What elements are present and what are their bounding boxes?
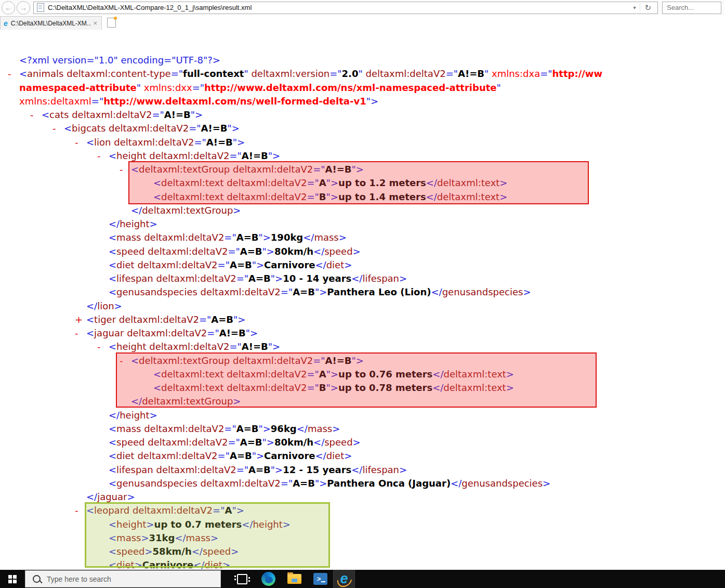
xml-token: =": [281, 286, 293, 297]
powershell-button[interactable]: [307, 570, 333, 588]
xml-token: lion: [94, 137, 114, 148]
xml-token: deltaxml:deltaV2: [227, 369, 307, 380]
expand-marker[interactable]: +: [75, 313, 86, 326]
tab-close-icon[interactable]: ×: [91, 19, 99, 27]
xml-line: <mass deltaxml:deltaV2="A=B">96kg</mass>: [0, 422, 725, 436]
xml-token: deltaxml:deltaV2: [137, 259, 217, 270]
file-explorer-button[interactable]: [281, 570, 307, 588]
indent-spacer: [120, 395, 131, 408]
xml-token: <: [109, 546, 116, 557]
tab-result-xml[interactable]: e C:\DeltaXML\DeltaXML-XM... ×: [0, 16, 102, 30]
xml-token: A: [225, 505, 232, 516]
xml-line: <mass deltaxml:deltaV2="A=B">190kg</mass…: [0, 231, 725, 244]
start-button[interactable]: [0, 570, 25, 588]
xml-token: ">: [326, 177, 338, 188]
xml-line: +<tiger deltaxml:deltaV2="A=B">: [0, 313, 725, 326]
collapse-marker[interactable]: -: [97, 340, 109, 354]
new-tab-button[interactable]: [107, 18, 116, 28]
xml-token: </: [451, 478, 462, 489]
forward-button[interactable]: →: [17, 1, 30, 15]
xml-line: </height>: [0, 217, 725, 231]
collapse-marker[interactable]: -: [120, 163, 131, 176]
page-icon: [37, 3, 44, 12]
xml-token: <: [153, 177, 161, 188]
xml-token: deltaxml:deltaV2: [149, 150, 229, 161]
indent-spacer: [97, 463, 109, 477]
indent-spacer: [142, 381, 153, 395]
collapse-marker[interactable]: -: [75, 504, 86, 517]
task-view-button[interactable]: [229, 570, 255, 588]
xml-token: ">: [228, 123, 240, 134]
xml-line: namespaced-attribute" xmlns:dxx="http://…: [0, 81, 725, 95]
xml-token: A=B: [293, 286, 315, 297]
xml-token: deltaxml:deltaV2: [233, 164, 313, 175]
xml-token: >: [210, 532, 218, 543]
collapse-marker[interactable]: -: [30, 108, 42, 122]
xml-token: </: [193, 559, 204, 570]
xml-token: Carnivore: [264, 259, 315, 270]
xml-token: deltaxml:deltaV2: [149, 341, 229, 352]
xml-token: deltaxml:deltaV2: [156, 273, 236, 284]
xml-token: xmlns:dxx: [144, 82, 192, 93]
xml-token: =": [213, 505, 225, 516]
xml-token: deltaxml:deltaV2: [133, 505, 213, 516]
xml-token: A=B: [240, 246, 262, 257]
xml-token: A: [319, 369, 326, 380]
xml-token: height: [116, 519, 146, 530]
internet-explorer-icon: e: [337, 572, 351, 586]
xml-token: mass: [314, 232, 338, 243]
xml-line: <deltaxml:text deltaxml:deltaV2="B">up t…: [0, 381, 725, 395]
address-bar[interactable]: C:\DeltaXML\DeltaXML-XML-Compare-12_0_1_…: [33, 2, 658, 14]
xml-token: =": [171, 68, 183, 79]
xml-token: ">: [262, 246, 274, 257]
collapse-marker[interactable]: -: [120, 354, 131, 368]
xml-token: =": [207, 328, 219, 338]
xml-token: =": [313, 355, 325, 366]
collapse-marker[interactable]: -: [52, 122, 64, 135]
xml-token: Panthera Onca (Jaguar): [327, 478, 451, 489]
xml-token: </: [192, 546, 203, 557]
collapse-marker[interactable]: -: [8, 67, 19, 81]
collapse-marker[interactable]: -: [75, 136, 86, 149]
xml-line: -<lion deltaxml:deltaV2="A!=B">: [0, 136, 725, 149]
xml-token: >: [150, 410, 157, 421]
xml-token: <: [109, 532, 116, 543]
xml-token: ">: [268, 150, 280, 161]
xml-line: <deltaxml:text deltaxml:deltaV2="A">up t…: [0, 176, 725, 190]
xml-token: deltaxml:deltaV2: [127, 328, 207, 338]
xml-token: genusandspecies: [116, 478, 201, 489]
xml-token: height: [120, 410, 149, 421]
xml-token: <: [42, 109, 49, 120]
back-button[interactable]: ←: [2, 1, 15, 15]
xml-token: 12 - 15 years: [283, 464, 351, 475]
xml-token: <: [109, 273, 116, 284]
xml-token: deltaxml:text: [443, 369, 506, 380]
xml-token: <: [131, 164, 139, 175]
xml-token: mass: [116, 532, 141, 543]
collapse-marker[interactable]: -: [97, 149, 109, 163]
xml-token: lifespan: [362, 273, 399, 284]
xml-token: </: [432, 382, 443, 393]
xml-token: <: [131, 355, 139, 366]
indent-spacer: [142, 368, 153, 381]
xml-token: genusandspecies: [462, 478, 543, 489]
xml-token: <: [153, 191, 161, 202]
xml-token: Panthera Leo (Lion): [327, 286, 431, 297]
collapse-marker[interactable]: -: [75, 326, 86, 340]
xml-token: deltaxml:version: [251, 68, 329, 79]
browser-search-placeholder: Search...: [663, 4, 694, 11]
xml-token: >: [135, 559, 142, 570]
xml-token: ">: [315, 478, 327, 489]
indent-spacer: [75, 490, 86, 504]
edge-taskbar-button[interactable]: [255, 570, 281, 588]
internet-explorer-button[interactable]: e: [333, 570, 355, 588]
refresh-icon[interactable]: ↻: [640, 3, 655, 12]
xml-token: <: [109, 286, 116, 297]
xml-token: height: [253, 519, 282, 530]
address-dropdown-icon[interactable]: ▾: [629, 5, 640, 10]
taskbar-search-box[interactable]: Type here to search: [25, 570, 221, 587]
xml-token: <: [109, 464, 116, 475]
xml-token: >: [353, 437, 361, 448]
xml-line: -<animals deltaxml:content-type="full-co…: [0, 67, 725, 81]
browser-search-box[interactable]: Search...: [662, 2, 721, 14]
